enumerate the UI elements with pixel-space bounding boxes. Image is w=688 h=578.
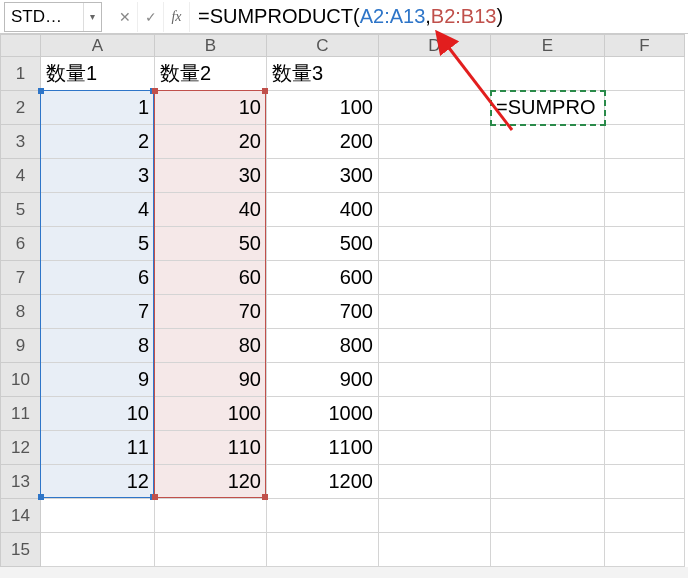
- cell-F15[interactable]: [605, 533, 685, 567]
- cell-C7[interactable]: 600: [267, 261, 379, 295]
- cell-A5[interactable]: 4: [41, 193, 155, 227]
- row-header-9[interactable]: 9: [1, 329, 41, 363]
- cell-E2[interactable]: =SUMPRO: [491, 91, 605, 125]
- cell-B1[interactable]: 数量2: [155, 57, 267, 91]
- cell-D10[interactable]: [379, 363, 491, 397]
- cell-A10[interactable]: 9: [41, 363, 155, 397]
- row-header-6[interactable]: 6: [1, 227, 41, 261]
- cell-E14[interactable]: [491, 499, 605, 533]
- cell-A15[interactable]: [41, 533, 155, 567]
- row-header-5[interactable]: 5: [1, 193, 41, 227]
- cell-A13[interactable]: 12: [41, 465, 155, 499]
- cell-C4[interactable]: 300: [267, 159, 379, 193]
- cell-B13[interactable]: 120: [155, 465, 267, 499]
- cell-C15[interactable]: [267, 533, 379, 567]
- row-header-3[interactable]: 3: [1, 125, 41, 159]
- cell-C3[interactable]: 200: [267, 125, 379, 159]
- cell-D5[interactable]: [379, 193, 491, 227]
- column-header-D[interactable]: D: [379, 35, 491, 57]
- cell-B10[interactable]: 90: [155, 363, 267, 397]
- row-header-14[interactable]: 14: [1, 499, 41, 533]
- cell-A11[interactable]: 10: [41, 397, 155, 431]
- cell-E13[interactable]: [491, 465, 605, 499]
- cell-D4[interactable]: [379, 159, 491, 193]
- cell-C5[interactable]: 400: [267, 193, 379, 227]
- cell-C8[interactable]: 700: [267, 295, 379, 329]
- cell-D7[interactable]: [379, 261, 491, 295]
- formula-input[interactable]: =SUMPRODUCT(A2:A13,B2:B13): [190, 2, 688, 32]
- row-header-15[interactable]: 15: [1, 533, 41, 567]
- cell-B9[interactable]: 80: [155, 329, 267, 363]
- cell-D9[interactable]: [379, 329, 491, 363]
- cell-D3[interactable]: [379, 125, 491, 159]
- row-header-1[interactable]: 1: [1, 57, 41, 91]
- cell-E6[interactable]: [491, 227, 605, 261]
- cell-F13[interactable]: [605, 465, 685, 499]
- cell-B14[interactable]: [155, 499, 267, 533]
- cell-C9[interactable]: 800: [267, 329, 379, 363]
- column-header-C[interactable]: C: [267, 35, 379, 57]
- column-header-B[interactable]: B: [155, 35, 267, 57]
- cell-F8[interactable]: [605, 295, 685, 329]
- cell-A6[interactable]: 5: [41, 227, 155, 261]
- column-header-F[interactable]: F: [605, 35, 685, 57]
- cell-A8[interactable]: 7: [41, 295, 155, 329]
- cell-F6[interactable]: [605, 227, 685, 261]
- select-all-corner[interactable]: [1, 35, 41, 57]
- name-box-dropdown-icon[interactable]: ▾: [83, 3, 101, 31]
- column-header-E[interactable]: E: [491, 35, 605, 57]
- cell-D6[interactable]: [379, 227, 491, 261]
- cell-B5[interactable]: 40: [155, 193, 267, 227]
- cell-F10[interactable]: [605, 363, 685, 397]
- cell-F4[interactable]: [605, 159, 685, 193]
- name-box-input[interactable]: [5, 3, 83, 31]
- cell-E11[interactable]: [491, 397, 605, 431]
- row-header-7[interactable]: 7: [1, 261, 41, 295]
- cell-E15[interactable]: [491, 533, 605, 567]
- cell-C14[interactable]: [267, 499, 379, 533]
- cell-B7[interactable]: 60: [155, 261, 267, 295]
- cell-A1[interactable]: 数量1: [41, 57, 155, 91]
- cell-C11[interactable]: 1000: [267, 397, 379, 431]
- cell-B3[interactable]: 20: [155, 125, 267, 159]
- cell-D11[interactable]: [379, 397, 491, 431]
- cell-C12[interactable]: 1100: [267, 431, 379, 465]
- cell-D8[interactable]: [379, 295, 491, 329]
- row-header-13[interactable]: 13: [1, 465, 41, 499]
- cell-F11[interactable]: [605, 397, 685, 431]
- cell-E7[interactable]: [491, 261, 605, 295]
- cell-B15[interactable]: [155, 533, 267, 567]
- spreadsheet-grid[interactable]: ABCDEF1数量1数量2数量32110100=SUMPRO3220200433…: [0, 34, 685, 567]
- cell-F5[interactable]: [605, 193, 685, 227]
- row-header-4[interactable]: 4: [1, 159, 41, 193]
- cell-E5[interactable]: [491, 193, 605, 227]
- cell-A7[interactable]: 6: [41, 261, 155, 295]
- cell-C6[interactable]: 500: [267, 227, 379, 261]
- cell-C13[interactable]: 1200: [267, 465, 379, 499]
- cell-A12[interactable]: 11: [41, 431, 155, 465]
- insert-function-button[interactable]: fx: [164, 2, 190, 32]
- cell-B6[interactable]: 50: [155, 227, 267, 261]
- row-header-10[interactable]: 10: [1, 363, 41, 397]
- column-header-A[interactable]: A: [41, 35, 155, 57]
- row-header-11[interactable]: 11: [1, 397, 41, 431]
- cell-F9[interactable]: [605, 329, 685, 363]
- cell-E12[interactable]: [491, 431, 605, 465]
- cell-E3[interactable]: [491, 125, 605, 159]
- cell-D2[interactable]: [379, 91, 491, 125]
- cell-E10[interactable]: [491, 363, 605, 397]
- cell-E8[interactable]: [491, 295, 605, 329]
- row-header-12[interactable]: 12: [1, 431, 41, 465]
- cell-D12[interactable]: [379, 431, 491, 465]
- cell-C1[interactable]: 数量3: [267, 57, 379, 91]
- cell-D15[interactable]: [379, 533, 491, 567]
- cell-C10[interactable]: 900: [267, 363, 379, 397]
- cell-A3[interactable]: 2: [41, 125, 155, 159]
- cell-A4[interactable]: 3: [41, 159, 155, 193]
- cell-A2[interactable]: 1: [41, 91, 155, 125]
- cell-D1[interactable]: [379, 57, 491, 91]
- confirm-button[interactable]: ✓: [138, 2, 164, 32]
- cell-F14[interactable]: [605, 499, 685, 533]
- cell-E9[interactable]: [491, 329, 605, 363]
- row-header-8[interactable]: 8: [1, 295, 41, 329]
